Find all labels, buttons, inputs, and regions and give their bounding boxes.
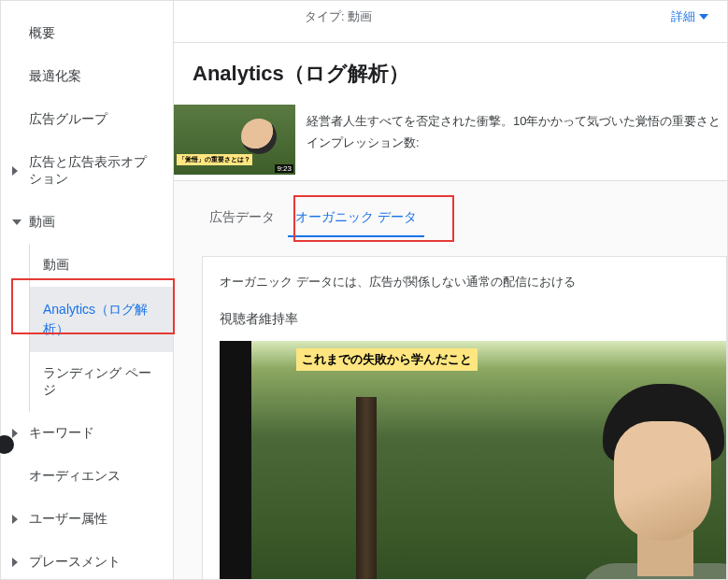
video-meta: 経営者人生すべてを否定された衝撃。10年かかって気づいた覚悟の重要さと インプレ… [307, 105, 721, 175]
video-impressions-label: インプレッション数: [307, 132, 721, 153]
nav-demographics[interactable]: ユーザー属性 [1, 498, 173, 541]
nav-video[interactable]: 動画 [1, 201, 173, 244]
nav-audience[interactable]: オーディエンス [1, 455, 173, 498]
nav-optimization[interactable]: 最適化案 [1, 55, 173, 98]
chevron-right-icon [12, 429, 18, 438]
video-submenu: 動画 Analytics（ログ解析） ランディング ページ [29, 244, 173, 412]
nav-label: 広告と広告表示オプション [29, 154, 147, 186]
scene-person [567, 384, 726, 579]
organic-note: オーガニック データには、広告が関係しない通常の配信における [220, 274, 726, 311]
nav-placement[interactable]: プレースメント [1, 541, 173, 580]
video-frame: これまでの失敗から学んだこと もはや「覚悟」しかない [251, 341, 726, 579]
video-summary-row: 「覚悟」の重要さとは？ 9:23 経営者人生すべてを否定された衝撃。10年かかっ… [174, 105, 727, 181]
video-title-text: 経営者人生すべてを否定された衝撃。10年かかって気づいた覚悟の重要さと [307, 110, 721, 132]
chevron-down-icon [699, 14, 708, 20]
main-content: タイプ: 動画 詳細 Analytics（ログ解析） 「覚悟」の重要さとは？ 9… [174, 1, 727, 579]
nav-label: 動画 [29, 214, 55, 229]
nav-keyword[interactable]: キーワード [1, 412, 173, 455]
chevron-down-icon [12, 219, 21, 225]
tab-ad-data[interactable]: 広告データ [202, 200, 282, 237]
page-title: Analytics（ログ解析） [174, 43, 727, 105]
thumb-face [241, 119, 277, 154]
thumb-caption: 「覚悟」の重要さとは？ [177, 154, 252, 165]
content-area: オーガニック データには、広告が関係しない通常の配信における 視聴者維持率 これ… [174, 237, 727, 579]
type-label: タイプ: 動画 [305, 8, 372, 25]
chevron-right-icon [12, 166, 18, 176]
chevron-right-icon [12, 515, 18, 524]
scene-tree [356, 397, 377, 579]
tabs-area: 広告データ オーガニック データ [174, 181, 727, 237]
details-link[interactable]: 詳細 [671, 8, 708, 25]
chevron-right-icon [12, 558, 18, 567]
sidebar-nav: 概要 最適化案 広告グループ 広告と広告表示オプション 動画 動画 Analyt… [1, 1, 174, 579]
top-bar: タイプ: 動画 詳細 [174, 1, 727, 43]
nav-label: キーワード [29, 425, 94, 440]
thumb-duration: 9:23 [275, 164, 293, 173]
details-text: 詳細 [671, 8, 695, 25]
analytics-panel: オーガニック データには、広告が関係しない通常の配信における 視聴者維持率 これ… [202, 256, 727, 579]
retention-heading: 視聴者維持率 [220, 311, 726, 341]
tab-organic-data[interactable]: オーガニック データ [288, 200, 424, 237]
video-player[interactable]: これまでの失敗から学んだこと もはや「覚悟」しかない [220, 341, 726, 579]
subnav-landing[interactable]: ランディング ページ [30, 352, 173, 412]
video-caption-top: これまでの失敗から学んだこと [296, 348, 478, 371]
nav-adgroup[interactable]: 広告グループ [1, 98, 173, 141]
nav-overview[interactable]: 概要 [1, 12, 173, 55]
nav-label: ユーザー属性 [29, 511, 107, 526]
subnav-analytics[interactable]: Analytics（ログ解析） [30, 287, 173, 352]
nav-label: プレースメント [29, 554, 121, 569]
data-tabs: 広告データ オーガニック データ [202, 200, 727, 237]
subnav-video[interactable]: 動画 [30, 244, 173, 287]
nav-ads-extensions[interactable]: 広告と広告表示オプション [1, 141, 173, 201]
video-thumbnail[interactable]: 「覚悟」の重要さとは？ 9:23 [174, 105, 295, 175]
